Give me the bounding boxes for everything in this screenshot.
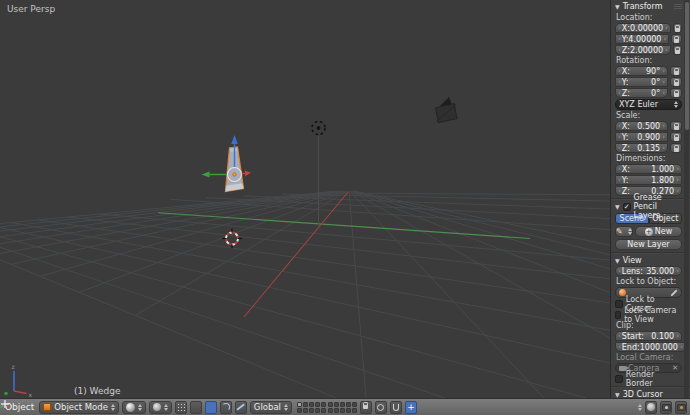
camera-object[interactable] [436,98,458,123]
transform-panel-header[interactable]: ▼ Transform [615,1,682,12]
dropdown-arrows-icon [111,404,115,411]
rotation-y-field[interactable]: Y: 0° [615,77,668,87]
view-panel-header[interactable]: ▼ View [615,255,682,266]
layer-cell[interactable] [321,402,326,407]
lock-location-x-button[interactable] [673,23,682,33]
lock-scale-y-button[interactable] [670,132,682,142]
orientation-dropdown[interactable]: Global [250,401,292,414]
manipulator-scale-button[interactable] [235,401,247,414]
rotation-x-field[interactable]: X: 90° [615,66,668,76]
lock-rotation-z-button[interactable] [670,88,682,98]
layer-cell[interactable] [303,402,308,407]
lock-to-cursor-checkbox[interactable] [615,300,623,308]
collapse-triangle-icon: ▼ [615,257,620,264]
rotation-mode-dropdown[interactable]: XYZ Euler [615,99,682,110]
location-y-field[interactable]: Y: 4.00000 [615,34,669,44]
lock-location-y-button[interactable] [671,34,682,44]
layer-cell[interactable] [352,408,357,413]
scrollbar-thumb[interactable] [685,2,689,130]
snap-element-dropdown[interactable]: + [405,401,417,414]
snap-target-button[interactable] [645,401,657,414]
layer-cell[interactable] [309,408,314,413]
clip-end-field[interactable]: End: 1000.000 [615,342,686,352]
render-still-icon [662,404,671,411]
dimensions-x-field[interactable]: X: 1.000 [615,164,682,174]
new-layer-button[interactable]: New Layer [615,239,682,250]
layer-cell[interactable] [340,408,345,413]
manipulator-translate-button[interactable] [205,401,217,414]
layer-cell[interactable] [309,402,314,407]
scene-lock-toggle[interactable] [360,401,372,414]
scale-x-field[interactable]: X: 0.500 [615,121,668,131]
lock-camera-row: Lock Camera to View [615,310,682,320]
pivot-point-dropdown[interactable] [149,401,172,414]
render-border-row: Render Border [615,374,682,384]
shading-solid-icon [126,403,135,412]
panel-drag-icon[interactable] [674,4,682,9]
viewport-shading-dropdown[interactable] [122,401,146,414]
scale-z-field[interactable]: Z: 0.135 [615,143,668,153]
translate-icon [0,399,10,409]
pivot-align-toggle[interactable] [175,401,187,414]
scale-x-row: X: 0.500 [615,121,682,131]
layer-cell[interactable] [297,408,302,413]
lock-scale-x-button[interactable] [670,121,682,131]
3d-viewport[interactable]: z x User Persp (1) Wedge [0,0,610,398]
lens-field[interactable]: Lens: 35.000 [615,266,682,276]
manipulator-x-arrow[interactable] [242,171,251,177]
layer-cell[interactable] [315,402,320,407]
axis-gizmo: z x [4,363,32,398]
render-border-checkbox[interactable] [615,375,623,383]
object-origin-dot [233,173,236,176]
location-z-field[interactable]: Z: 2.00000 [615,45,671,55]
layer-cell[interactable] [321,408,326,413]
blender-window: z x User Persp (1) Wedge ▼ Transform Loc… [0,0,690,415]
dimensions-y-field[interactable]: Y: 1.800 [615,175,682,185]
layer-cell[interactable] [297,402,302,407]
proportional-edit-dropdown[interactable] [375,401,387,414]
floor-grid [0,191,610,398]
mode-dropdown[interactable]: Object Mode [39,401,119,414]
manipulator-rotate-button[interactable] [220,401,232,414]
opengl-render-button[interactable] [660,401,672,414]
lock-rotation-y-button[interactable] [670,77,682,87]
dropdown-arrows-icon [638,404,642,411]
grease-pencil-data-button[interactable]: ✎ [615,226,633,237]
grease-pencil-panel-header[interactable]: ▼ ✓ Grease Pencil Layers [615,201,682,212]
snap-toggle[interactable] [390,401,402,414]
scale-y-field[interactable]: Y: 0.900 [615,132,668,142]
grease-pencil-checkbox[interactable]: ✓ [623,203,631,211]
lock-rotation-x-button[interactable] [670,66,682,76]
manipulator-toggle[interactable] [190,401,202,414]
clip-start-field[interactable]: Start: 0.100 [615,331,682,341]
grease-pencil-new-button[interactable]: + New [635,226,682,237]
layer-cell[interactable] [346,402,351,407]
camera-icon [619,366,626,371]
opengl-render-anim-button[interactable] [675,401,687,414]
layer-cell[interactable] [315,408,320,413]
dropdown-arrows-icon [284,404,288,411]
panel-scrollbar[interactable] [684,0,689,398]
layer-cell[interactable] [303,408,308,413]
layer-cell[interactable] [334,408,339,413]
manipulator-y-arrow[interactable] [202,171,228,177]
layer-grid-2[interactable] [328,402,357,413]
lock-camera-checkbox[interactable] [615,311,621,319]
layer-cell[interactable] [328,408,333,413]
layer-cell[interactable] [334,402,339,407]
unlock-icon [674,126,679,130]
layer-cell[interactable] [328,402,333,407]
lock-scale-z-button[interactable] [670,143,682,153]
layer-cell[interactable] [352,402,357,407]
3d-cursor-panel-header[interactable]: ▼ 3D Cursor [615,389,682,398]
lock-location-z-button[interactable] [673,45,682,55]
panel-separator [611,252,690,253]
rotation-x-row: X: 90° [615,66,682,76]
unlock-icon [675,28,680,32]
layer-cell[interactable] [340,402,345,407]
rotation-z-field[interactable]: Z: 0° [615,88,668,98]
transform-manipulator[interactable] [202,135,252,182]
location-x-field[interactable]: X: 0.00000 [615,23,671,33]
layer-cell[interactable] [346,408,351,413]
layer-grid-1[interactable] [297,402,326,413]
